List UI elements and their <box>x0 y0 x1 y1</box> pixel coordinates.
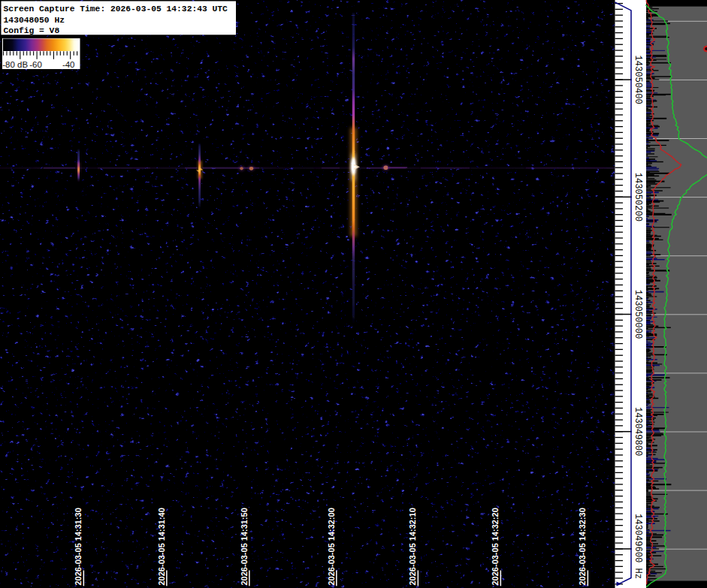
svg-text:2026-03-05 14:32:30: 2026-03-05 14:32:30 <box>578 508 587 585</box>
svg-text:Config = V8: Config = V8 <box>4 26 60 35</box>
svg-text:143050200: 143050200 <box>633 173 643 222</box>
svg-text:143048050 Hz: 143048050 Hz <box>4 16 65 25</box>
svg-text:2026-03-05 14:32:00: 2026-03-05 14:32:00 <box>327 508 336 585</box>
svg-text:143050000: 143050000 <box>633 290 643 339</box>
svg-text:2026-03-05 14:31:50: 2026-03-05 14:31:50 <box>240 508 249 585</box>
svg-text:2026-03-05 14:32:10: 2026-03-05 14:32:10 <box>408 508 417 585</box>
svg-text:143049600 Hz: 143049600 Hz <box>633 514 643 579</box>
svg-text:143049800: 143049800 <box>633 407 643 456</box>
svg-text:-40: -40 <box>62 60 75 69</box>
svg-text:143050400: 143050400 <box>633 55 643 104</box>
svg-text:2026-03-05 14:31:30: 2026-03-05 14:31:30 <box>74 508 83 585</box>
svg-text:2026-03-05 14:31:40: 2026-03-05 14:31:40 <box>157 508 166 585</box>
svg-text:2026-03-05 14:32:20: 2026-03-05 14:32:20 <box>491 508 500 585</box>
svg-text:-80 dB: -80 dB <box>2 60 28 69</box>
svg-text:Screen Capture Time: 2026-03-0: Screen Capture Time: 2026-03-05 14:32:43… <box>4 5 228 14</box>
svg-text:-60: -60 <box>29 60 42 69</box>
